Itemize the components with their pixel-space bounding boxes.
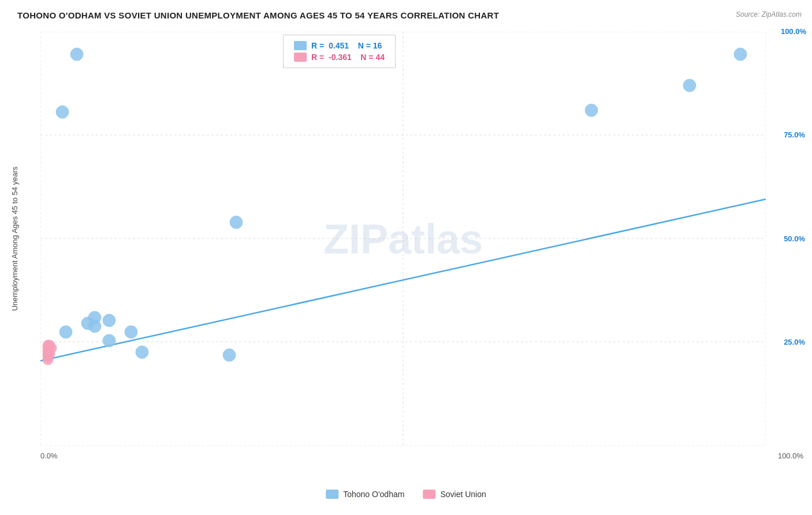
tohono-label: Tohono O'odham — [343, 490, 404, 499]
svg-point-22 — [136, 346, 148, 359]
y-label-100: 100.0% — [781, 27, 806, 36]
soviet-swatch — [423, 490, 435, 499]
chart-container: TOHONO O'ODHAM VS SOVIET UNION UNEMPLOYM… — [0, 0, 812, 515]
chart-title: TOHONO O'ODHAM VS SOVIET UNION UNEMPLOYM… — [17, 10, 499, 20]
x-label-0: 0.0% — [40, 451, 58, 460]
bottom-legend-soviet: Soviet Union — [423, 490, 486, 499]
chart-area: ZIPatlas — [40, 32, 766, 446]
source-label: Source: ZipAtlas.com — [736, 10, 802, 18]
svg-point-20 — [125, 326, 137, 338]
y-label-50: 50.0% — [784, 234, 805, 243]
y-label-75: 75.0% — [784, 130, 805, 139]
svg-point-23 — [223, 349, 236, 361]
y-axis-label: Unemployment Among Ages 45 to 54 years — [10, 166, 19, 311]
svg-point-12 — [230, 216, 243, 229]
svg-point-11 — [56, 106, 69, 118]
svg-point-18 — [88, 320, 101, 333]
tohono-swatch — [326, 490, 338, 499]
chart-svg — [40, 32, 766, 446]
soviet-label: Soviet Union — [440, 490, 486, 499]
svg-point-15 — [59, 326, 72, 338]
svg-point-9 — [70, 48, 83, 61]
bottom-legend-tohono: Tohono O'odham — [326, 490, 404, 499]
y-label-25: 25.0% — [784, 338, 805, 346]
bottom-legend: Tohono O'odham Soviet Union — [326, 490, 486, 499]
svg-point-21 — [103, 334, 116, 347]
svg-point-32 — [44, 349, 55, 359]
svg-point-13 — [585, 104, 598, 117]
svg-point-14 — [683, 79, 696, 92]
svg-point-19 — [103, 314, 116, 327]
svg-point-10 — [734, 48, 747, 61]
x-label-100: 100.0% — [778, 451, 803, 460]
